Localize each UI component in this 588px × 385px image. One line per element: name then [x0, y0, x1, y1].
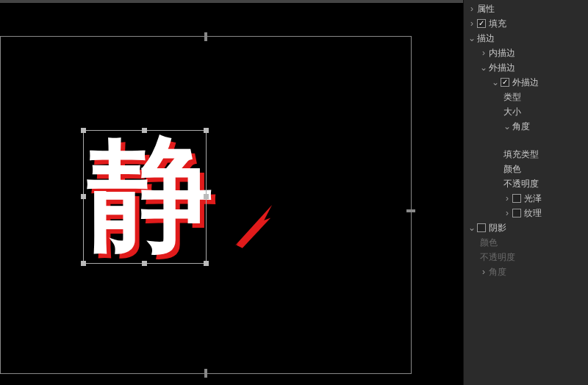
selection-box[interactable]	[83, 130, 207, 264]
safe-handle-top[interactable]	[204, 32, 207, 41]
label: 不透明度	[480, 251, 515, 264]
handle-tl[interactable]	[81, 128, 86, 133]
handle-tm[interactable]	[142, 128, 147, 133]
item-fill-type[interactable]: 填充类型	[464, 147, 588, 162]
item-color[interactable]: 颜色	[464, 162, 588, 176]
caret-right-icon: ›	[468, 18, 476, 29]
handle-bm[interactable]	[142, 261, 147, 266]
label: 不透明度	[503, 178, 539, 190]
checkbox-outer-stroke[interactable]	[501, 78, 509, 87]
item-shadow-color: 颜色	[464, 235, 588, 250]
label: 颜色	[480, 237, 498, 249]
item-outer-stroke[interactable]: ⌄ 外描边	[464, 75, 588, 90]
item-opacity[interactable]: 不透明度	[464, 176, 588, 191]
label: 填充类型	[503, 148, 539, 161]
section-stroke[interactable]: ⌄ 描边	[464, 31, 588, 46]
label: 类型	[503, 91, 521, 104]
caret-down-icon: ⌄	[503, 121, 511, 132]
label: 外描边	[489, 62, 515, 74]
caret-right-icon: ›	[503, 193, 511, 204]
canvas-pane[interactable]: 静	[0, 0, 463, 385]
safe-handle-right[interactable]	[406, 209, 415, 212]
label: 角度	[489, 266, 506, 278]
label: 光泽	[524, 192, 542, 205]
checkbox-shadow[interactable]	[477, 223, 486, 232]
caret-right-icon: ›	[480, 48, 487, 58]
handle-ml[interactable]	[81, 194, 86, 199]
label: 大小	[503, 106, 521, 118]
section-attrs[interactable]: › 属性	[464, 1, 588, 16]
item-shadow-angle: › 角度	[464, 265, 588, 279]
handle-mr[interactable]	[204, 194, 209, 199]
checkbox-texture[interactable]	[512, 209, 521, 217]
label: 内描边	[489, 47, 515, 60]
caret-down-icon: ⌄	[480, 62, 487, 73]
item-size[interactable]: 大小	[464, 104, 588, 119]
handle-bl[interactable]	[81, 261, 86, 266]
caret-down-icon: ⌄	[468, 223, 476, 233]
item-shadow-opacity: 不透明度	[464, 250, 588, 265]
caret-right-icon: ›	[480, 267, 487, 277]
properties-panel: › 属性 › 填充 ⌄ 描边 › 内描边 ⌄ 外描边 ⌄ 外描边 类型 大小 ⌄…	[463, 0, 588, 385]
label: 外描边	[512, 76, 539, 89]
handle-br[interactable]	[204, 261, 209, 266]
safe-handle-bottom[interactable]	[204, 369, 207, 378]
section-fill[interactable]: › 填充	[464, 16, 588, 31]
item-texture[interactable]: › 纹理	[464, 206, 588, 220]
section-inner-stroke[interactable]: › 内描边	[464, 46, 588, 60]
checkbox-gloss[interactable]	[512, 194, 521, 203]
caret-down-icon: ⌄	[468, 33, 476, 43]
label: 填充	[489, 18, 506, 30]
label: 属性	[477, 3, 495, 15]
label: 颜色	[503, 163, 521, 176]
item-type[interactable]: 类型	[464, 90, 588, 104]
item-gloss[interactable]: › 光泽	[464, 191, 588, 206]
item-angle[interactable]: ⌄ 角度	[464, 119, 588, 134]
section-outer-stroke[interactable]: ⌄ 外描边	[464, 60, 588, 75]
caret-right-icon: ›	[503, 208, 511, 218]
label: 描边	[477, 32, 495, 45]
caret-right-icon: ›	[468, 4, 476, 14]
caret-down-icon: ⌄	[492, 77, 499, 87]
checkbox-fill[interactable]	[477, 19, 486, 28]
label: 纹理	[524, 207, 542, 220]
label: 角度	[512, 120, 530, 133]
handle-tr[interactable]	[204, 128, 209, 133]
section-shadow[interactable]: ⌄ 阴影	[464, 220, 588, 235]
label: 阴影	[489, 222, 506, 234]
